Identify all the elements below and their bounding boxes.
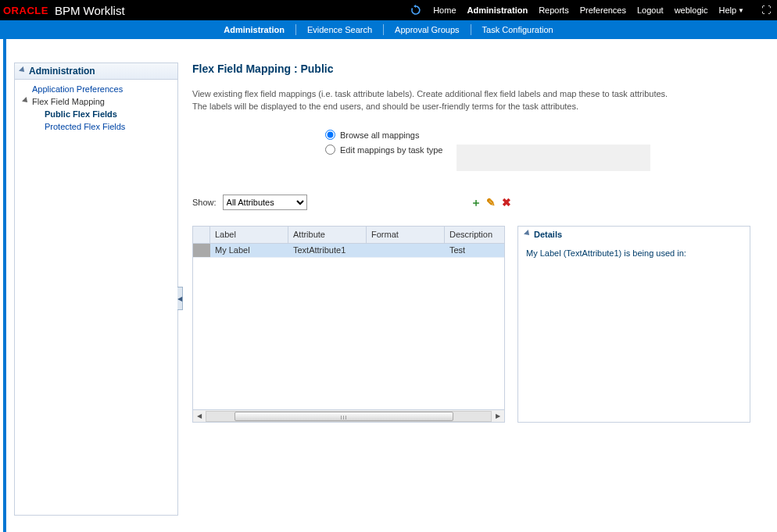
- sidebar-item-protected-flex[interactable]: Protected Flex Fields: [15, 120, 177, 133]
- sidebar-item-flex-mapping[interactable]: Flex Field Mapping: [15, 95, 177, 108]
- expand-icon[interactable]: [19, 66, 27, 74]
- col-description[interactable]: Description: [445, 227, 504, 243]
- tasktype-placeholder: [457, 145, 650, 171]
- edit-icon[interactable]: ✎: [486, 196, 499, 209]
- cell-format: [367, 244, 445, 257]
- caret-down-icon: ▼: [738, 7, 744, 14]
- blue-tab-bar: Administration Evidence Search Approval …: [0, 20, 777, 39]
- app-title: BPM Worklist: [55, 4, 125, 17]
- tab-task-configuration[interactable]: Task Configuration: [471, 25, 564, 34]
- oracle-logo: ORACLE: [3, 5, 48, 16]
- scroll-left-arrow[interactable]: ◀: [193, 411, 206, 422]
- nav-user: weblogic: [675, 5, 708, 15]
- cell-label: My Label: [210, 244, 288, 257]
- details-body: My Label (TextAttribute1) is being used …: [518, 242, 750, 264]
- mapping-grid: Label Attribute Format Description My La…: [192, 226, 505, 423]
- cell-description: Test: [445, 244, 504, 257]
- col-format[interactable]: Format: [367, 227, 445, 243]
- page-desc-line2: The labels will be displayed to the end …: [192, 100, 763, 112]
- page-description: View existing flex field mappings (i.e. …: [192, 87, 763, 112]
- grid-header: Label Attribute Format Description: [193, 227, 504, 244]
- radio-edit-label: Edit mappings by task type: [340, 145, 442, 155]
- details-text: My Label (TextAttribute1) is being used …: [526, 248, 686, 258]
- radio-browse-label: Browse all mappings: [340, 130, 420, 140]
- sidebar: Administration Application Preferences F…: [14, 62, 178, 516]
- page-title: Flex Field Mapping : Public: [192, 62, 763, 75]
- scroll-track[interactable]: III: [206, 411, 492, 422]
- show-label: Show:: [192, 198, 217, 207]
- radio-edit-by-task[interactable]: [325, 145, 335, 155]
- sidebar-title: Administration: [29, 66, 95, 77]
- nav-home[interactable]: Home: [433, 5, 456, 15]
- main-content: Flex Field Mapping : Public View existin…: [186, 62, 769, 524]
- col-label[interactable]: Label: [210, 227, 288, 243]
- tab-administration[interactable]: Administration: [213, 25, 295, 34]
- cell-attribute: TextAttribute1: [288, 244, 367, 257]
- delete-icon[interactable]: ✖: [502, 196, 514, 209]
- top-bar: ORACLE BPM Worklist Home Administration …: [0, 0, 777, 20]
- grid-body: My Label TextAttribute1 Test: [193, 244, 504, 409]
- grid-hscroll[interactable]: ◀ III ▶: [193, 409, 504, 422]
- col-handle: [193, 227, 210, 243]
- nav-administration[interactable]: Administration: [467, 5, 528, 15]
- scroll-right-arrow[interactable]: ▶: [492, 411, 504, 422]
- nav-logout[interactable]: Logout: [637, 5, 664, 15]
- sidebar-item-app-prefs[interactable]: Application Preferences: [15, 83, 177, 95]
- page-desc-line1: View existing flex field mappings (i.e. …: [192, 87, 763, 100]
- details-panel: Details My Label (TextAttribute1) is bei…: [517, 226, 750, 423]
- show-select[interactable]: All Attributes: [223, 195, 307, 210]
- nav-preferences[interactable]: Preferences: [580, 5, 626, 15]
- nav-help[interactable]: Help ▼: [718, 5, 744, 15]
- scroll-thumb[interactable]: III: [235, 412, 453, 421]
- refresh-icon[interactable]: [410, 4, 422, 16]
- sidebar-tree: Application Preferences Flex Field Mappi…: [15, 80, 177, 136]
- expand-icon: [22, 97, 30, 105]
- col-attribute[interactable]: Attribute: [288, 227, 367, 243]
- sidebar-item-public-flex[interactable]: Public Flex Fields: [15, 108, 177, 120]
- add-icon[interactable]: ＋: [471, 196, 483, 209]
- sidebar-header: Administration: [15, 63, 177, 80]
- fullscreen-icon[interactable]: ⛶: [761, 5, 771, 16]
- row-handle[interactable]: [193, 244, 210, 257]
- sidebar-collapse-handle[interactable]: ◀: [177, 287, 183, 310]
- tab-approval-groups[interactable]: Approval Groups: [384, 25, 471, 34]
- sidebar-item-flex-mapping-label: Flex Field Mapping: [32, 97, 105, 106]
- nav-reports[interactable]: Reports: [539, 5, 569, 15]
- topbar-links: Home Administration Reports Preferences …: [410, 4, 771, 16]
- expand-icon[interactable]: [524, 230, 532, 237]
- nav-help-label: Help: [718, 5, 736, 15]
- radio-block: Browse all mappings Edit mappings by tas…: [325, 130, 763, 171]
- table-row[interactable]: My Label TextAttribute1 Test: [193, 244, 504, 258]
- grid-toolbar: ＋ ✎ ✖: [471, 196, 514, 209]
- scroll-grip-icon: III: [340, 414, 348, 421]
- radio-browse-all[interactable]: [325, 130, 335, 140]
- details-title: Details: [534, 230, 562, 239]
- details-header: Details: [518, 227, 750, 242]
- tab-evidence-search[interactable]: Evidence Search: [296, 25, 383, 34]
